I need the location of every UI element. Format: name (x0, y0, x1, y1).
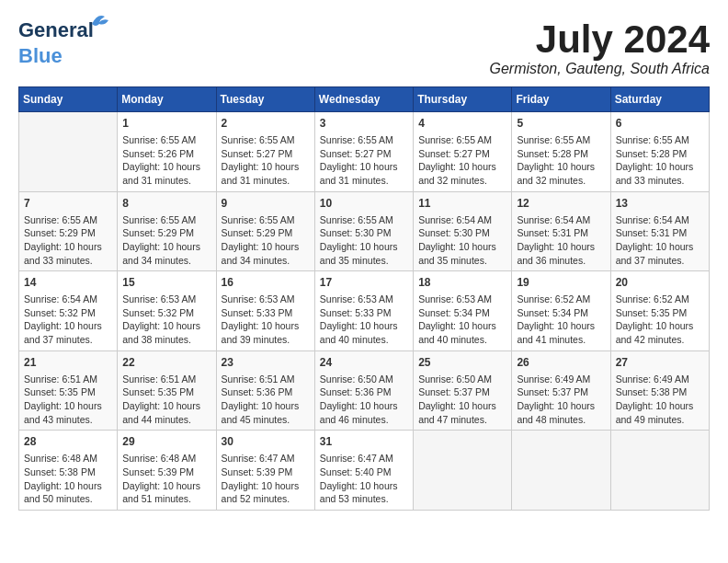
calendar-cell: 2Sunrise: 6:55 AMSunset: 5:27 PMDaylight… (216, 112, 314, 192)
calendar-week-1: 1Sunrise: 6:55 AMSunset: 5:26 PMDaylight… (19, 112, 710, 192)
calendar-week-5: 28Sunrise: 6:48 AMSunset: 5:38 PMDayligh… (19, 431, 710, 511)
day-number: 21 (24, 355, 112, 371)
cell-content: Sunrise: 6:55 AMSunset: 5:29 PMDaylight:… (122, 213, 210, 268)
cell-content: Sunrise: 6:55 AMSunset: 5:28 PMDaylight:… (616, 133, 704, 188)
cell-content: Sunrise: 6:48 AMSunset: 5:39 PMDaylight:… (122, 452, 210, 506)
day-number: 23 (222, 355, 310, 371)
logo-bird-icon (90, 11, 110, 29)
day-number: 14 (24, 275, 112, 291)
calendar-cell: 18Sunrise: 6:53 AMSunset: 5:34 PMDayligh… (414, 271, 512, 351)
calendar-cell: 13Sunrise: 6:54 AMSunset: 5:31 PMDayligh… (610, 191, 709, 271)
cell-content: Sunrise: 6:54 AMSunset: 5:31 PMDaylight:… (616, 213, 704, 268)
calendar-cell: 27Sunrise: 6:49 AMSunset: 5:38 PMDayligh… (610, 350, 709, 431)
calendar-header: SundayMondayTuesdayWednesdayThursdayFrid… (19, 87, 710, 112)
cell-content: Sunrise: 6:55 AMSunset: 5:29 PMDaylight:… (24, 213, 112, 268)
title-block: July 2024 Germiston, Gauteng, South Afri… (489, 18, 710, 77)
calendar-week-2: 7Sunrise: 6:55 AMSunset: 5:29 PMDaylight… (19, 191, 710, 271)
day-number: 29 (122, 434, 210, 450)
day-number: 19 (517, 275, 605, 291)
day-number: 10 (320, 196, 408, 212)
day-number: 18 (418, 275, 506, 291)
cell-content: Sunrise: 6:51 AMSunset: 5:35 PMDaylight:… (24, 373, 112, 427)
cell-content: Sunrise: 6:55 AMSunset: 5:28 PMDaylight:… (517, 133, 605, 188)
cell-content: Sunrise: 6:55 AMSunset: 5:27 PMDaylight:… (418, 133, 506, 188)
calendar-cell (512, 431, 610, 511)
calendar-cell: 10Sunrise: 6:55 AMSunset: 5:30 PMDayligh… (314, 191, 413, 271)
column-header-tuesday: Tuesday (216, 87, 314, 112)
calendar-cell: 5Sunrise: 6:55 AMSunset: 5:28 PMDaylight… (512, 112, 610, 192)
calendar-cell: 9Sunrise: 6:55 AMSunset: 5:29 PMDaylight… (216, 191, 314, 271)
location: Germiston, Gauteng, South Africa (489, 61, 710, 77)
calendar-cell: 19Sunrise: 6:52 AMSunset: 5:34 PMDayligh… (512, 271, 610, 351)
day-number: 31 (320, 434, 408, 450)
logo-general: General (18, 18, 94, 41)
cell-content: Sunrise: 6:51 AMSunset: 5:36 PMDaylight:… (222, 373, 310, 427)
cell-content: Sunrise: 6:55 AMSunset: 5:27 PMDaylight:… (320, 133, 408, 188)
cell-content: Sunrise: 6:48 AMSunset: 5:38 PMDaylight:… (24, 452, 112, 506)
day-number: 25 (418, 355, 506, 371)
day-number: 4 (418, 116, 506, 132)
day-number: 8 (122, 196, 210, 212)
calendar-table: SundayMondayTuesdayWednesdayThursdayFrid… (18, 86, 710, 511)
calendar-cell: 12Sunrise: 6:54 AMSunset: 5:31 PMDayligh… (512, 191, 610, 271)
day-number: 24 (320, 355, 408, 371)
calendar-cell (610, 431, 709, 511)
column-header-saturday: Saturday (610, 87, 709, 112)
calendar-cell: 1Sunrise: 6:55 AMSunset: 5:26 PMDaylight… (118, 112, 216, 192)
cell-content: Sunrise: 6:53 AMSunset: 5:32 PMDaylight:… (122, 293, 210, 347)
day-number: 13 (616, 196, 704, 212)
calendar-cell: 26Sunrise: 6:49 AMSunset: 5:37 PMDayligh… (512, 350, 610, 431)
calendar-cell: 3Sunrise: 6:55 AMSunset: 5:27 PMDaylight… (314, 112, 413, 192)
cell-content: Sunrise: 6:47 AMSunset: 5:40 PMDaylight:… (320, 452, 408, 506)
column-header-sunday: Sunday (19, 87, 118, 112)
cell-content: Sunrise: 6:54 AMSunset: 5:32 PMDaylight:… (24, 293, 112, 347)
cell-content: Sunrise: 6:53 AMSunset: 5:33 PMDaylight:… (222, 293, 310, 347)
cell-content: Sunrise: 6:49 AMSunset: 5:37 PMDaylight:… (517, 373, 605, 427)
cell-content: Sunrise: 6:49 AMSunset: 5:38 PMDaylight:… (616, 373, 704, 427)
day-number: 27 (616, 355, 704, 371)
calendar-cell: 24Sunrise: 6:50 AMSunset: 5:36 PMDayligh… (314, 350, 413, 431)
calendar-cell (19, 112, 118, 192)
day-number: 2 (222, 116, 310, 132)
calendar-cell: 31Sunrise: 6:47 AMSunset: 5:40 PMDayligh… (314, 431, 413, 511)
logo: General Blue (18, 18, 94, 68)
day-number: 17 (320, 275, 408, 291)
cell-content: Sunrise: 6:54 AMSunset: 5:30 PMDaylight:… (418, 213, 506, 268)
day-number: 30 (222, 434, 310, 450)
calendar-cell: 15Sunrise: 6:53 AMSunset: 5:32 PMDayligh… (118, 271, 216, 351)
calendar-cell: 16Sunrise: 6:53 AMSunset: 5:33 PMDayligh… (216, 271, 314, 351)
day-number: 7 (24, 196, 112, 212)
day-number: 1 (122, 116, 210, 132)
calendar-cell: 30Sunrise: 6:47 AMSunset: 5:39 PMDayligh… (216, 431, 314, 511)
day-number: 6 (616, 116, 704, 132)
day-number: 3 (320, 116, 408, 132)
calendar-cell: 14Sunrise: 6:54 AMSunset: 5:32 PMDayligh… (19, 271, 118, 351)
cell-content: Sunrise: 6:54 AMSunset: 5:31 PMDaylight:… (517, 213, 605, 268)
calendar-cell (414, 431, 512, 511)
calendar-cell: 21Sunrise: 6:51 AMSunset: 5:35 PMDayligh… (19, 350, 118, 431)
day-number: 9 (222, 196, 310, 212)
cell-content: Sunrise: 6:52 AMSunset: 5:35 PMDaylight:… (616, 293, 704, 347)
logo-blue: Blue (18, 44, 63, 68)
calendar-cell: 17Sunrise: 6:53 AMSunset: 5:33 PMDayligh… (314, 271, 413, 351)
calendar-cell: 22Sunrise: 6:51 AMSunset: 5:35 PMDayligh… (118, 350, 216, 431)
cell-content: Sunrise: 6:55 AMSunset: 5:29 PMDaylight:… (222, 213, 310, 268)
calendar-cell: 25Sunrise: 6:50 AMSunset: 5:37 PMDayligh… (414, 350, 512, 431)
calendar-cell: 28Sunrise: 6:48 AMSunset: 5:38 PMDayligh… (19, 431, 118, 511)
calendar-cell: 29Sunrise: 6:48 AMSunset: 5:39 PMDayligh… (118, 431, 216, 511)
cell-content: Sunrise: 6:55 AMSunset: 5:27 PMDaylight:… (222, 133, 310, 188)
column-header-friday: Friday (512, 87, 610, 112)
month-title: July 2024 (489, 18, 710, 61)
calendar-cell: 7Sunrise: 6:55 AMSunset: 5:29 PMDaylight… (19, 191, 118, 271)
calendar-cell: 4Sunrise: 6:55 AMSunset: 5:27 PMDaylight… (414, 112, 512, 192)
calendar-cell: 20Sunrise: 6:52 AMSunset: 5:35 PMDayligh… (610, 271, 709, 351)
day-number: 15 (122, 275, 210, 291)
cell-content: Sunrise: 6:55 AMSunset: 5:30 PMDaylight:… (320, 213, 408, 268)
day-number: 28 (24, 434, 112, 450)
cell-content: Sunrise: 6:55 AMSunset: 5:26 PMDaylight:… (122, 133, 210, 188)
day-number: 22 (122, 355, 210, 371)
cell-content: Sunrise: 6:53 AMSunset: 5:33 PMDaylight:… (320, 293, 408, 347)
column-header-monday: Monday (118, 87, 216, 112)
day-number: 11 (418, 196, 506, 212)
day-number: 20 (616, 275, 704, 291)
